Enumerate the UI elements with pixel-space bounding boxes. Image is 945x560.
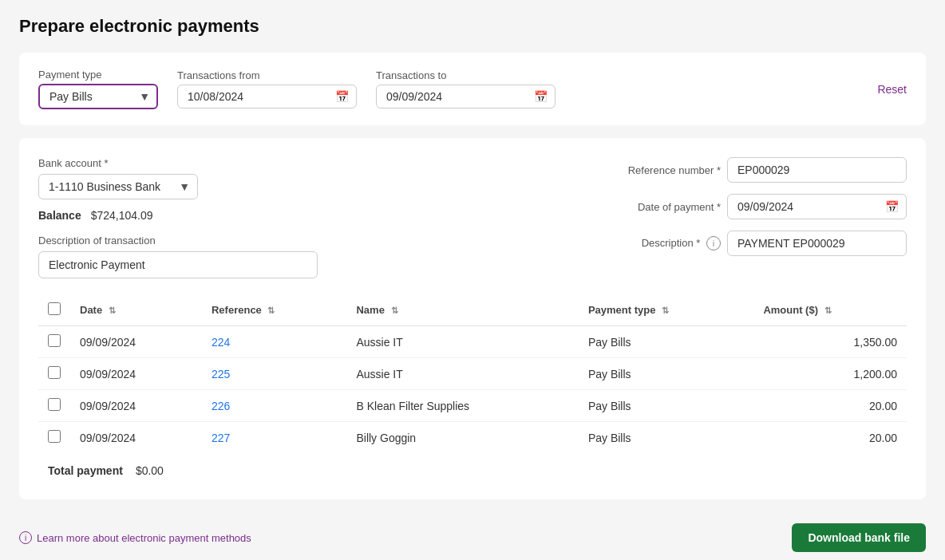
learn-more-link[interactable]: i Learn more about electronic payment me… xyxy=(19,531,251,544)
th-amount: Amount ($) ⇅ xyxy=(753,294,907,326)
footer: i Learn more about electronic payment me… xyxy=(19,512,926,552)
description-right-label: Description * i xyxy=(593,236,721,250)
row-amount: 20.00 xyxy=(753,422,907,454)
row-checkbox-3[interactable] xyxy=(48,430,61,443)
row-checkbox-cell xyxy=(38,326,70,358)
table-row: 09/09/2024 226 B Klean Filter Supplies P… xyxy=(38,390,907,422)
row-amount: 20.00 xyxy=(753,390,907,422)
row-name: Aussie IT xyxy=(346,326,578,358)
right-section: Reference number * Date of payment * 📅 D… xyxy=(593,157,907,278)
left-section: Bank account * 1-1110 Business Bank ▼ Ba… xyxy=(38,157,561,278)
payment-type-label: Payment type xyxy=(38,69,158,81)
row-payment-type: Pay Bills xyxy=(579,422,754,454)
total-label: Total payment xyxy=(48,464,123,477)
row-reference: 224 xyxy=(202,326,346,358)
transactions-to-wrapper: 📅 xyxy=(376,85,556,108)
date-of-payment-label: Date of payment * xyxy=(593,201,721,213)
table-row: 09/09/2024 225 Aussie IT Pay Bills 1,200… xyxy=(38,358,907,390)
row-date: 09/09/2024 xyxy=(70,422,202,454)
payment-type-sort-icon[interactable]: ⇅ xyxy=(662,306,669,316)
row-checkbox-0[interactable] xyxy=(48,334,61,347)
row-reference-link[interactable]: 227 xyxy=(212,432,230,444)
transactions-to-group: Transactions to 📅 xyxy=(376,69,556,108)
table-row: 09/09/2024 227 Billy Goggin Pay Bills 20… xyxy=(38,422,907,454)
row-checkbox-cell xyxy=(38,422,70,454)
payment-type-select[interactable]: Pay Bills Receive Money Spend Money xyxy=(38,84,158,109)
payment-type-select-wrapper: Pay Bills Receive Money Spend Money ▼ xyxy=(38,84,158,109)
th-checkbox xyxy=(38,294,70,326)
row-reference-link[interactable]: 226 xyxy=(212,400,230,412)
learn-more-icon: i xyxy=(19,531,32,544)
row-amount: 1,200.00 xyxy=(753,358,907,390)
th-date: Date ⇅ xyxy=(70,294,202,326)
table-header: Date ⇅ Reference ⇅ Name ⇅ Payment type ⇅ xyxy=(38,294,907,326)
description-right-input[interactable] xyxy=(727,231,907,256)
transactions-from-label: Transactions from xyxy=(177,69,357,81)
row-name: Aussie IT xyxy=(346,358,578,390)
download-bank-file-button[interactable]: Download bank file xyxy=(792,523,926,552)
select-all-checkbox[interactable] xyxy=(48,302,61,315)
learn-more-text: Learn more about electronic payment meth… xyxy=(37,532,251,544)
reference-number-label: Reference number * xyxy=(593,164,721,176)
row-reference: 225 xyxy=(202,358,346,390)
reset-link[interactable]: Reset xyxy=(877,83,907,96)
total-value: $0.00 xyxy=(136,464,164,477)
amount-sort-icon[interactable]: ⇅ xyxy=(824,306,832,316)
balance-label: Balance xyxy=(38,209,81,222)
row-payment-type: Pay Bills xyxy=(579,326,754,358)
transactions-from-input[interactable] xyxy=(177,85,357,108)
th-reference: Reference ⇅ xyxy=(202,294,346,326)
row-date: 09/09/2024 xyxy=(70,326,202,358)
main-card: Bank account * 1-1110 Business Bank ▼ Ba… xyxy=(19,138,926,499)
filter-card: Payment type Pay Bills Receive Money Spe… xyxy=(19,53,926,125)
row-date: 09/09/2024 xyxy=(70,390,202,422)
th-payment-type: Payment type ⇅ xyxy=(579,294,754,326)
description-label: Description of transaction xyxy=(38,235,561,246)
reference-sort-icon[interactable]: ⇅ xyxy=(267,306,275,316)
row-amount: 1,350.00 xyxy=(753,326,907,358)
transactions-table: Date ⇅ Reference ⇅ Name ⇅ Payment type ⇅ xyxy=(38,294,907,453)
table-row: 09/09/2024 224 Aussie IT Pay Bills 1,350… xyxy=(38,326,907,358)
row-payment-type: Pay Bills xyxy=(579,390,754,422)
row-reference-link[interactable]: 225 xyxy=(212,368,230,381)
description-section: Description of transaction xyxy=(38,235,561,278)
row-checkbox-cell xyxy=(38,358,70,390)
row-checkbox-cell xyxy=(38,390,70,422)
table-header-row: Date ⇅ Reference ⇅ Name ⇅ Payment type ⇅ xyxy=(38,294,907,326)
form-section: Bank account * 1-1110 Business Bank ▼ Ba… xyxy=(38,157,907,278)
date-of-payment-row: Date of payment * 📅 xyxy=(593,194,907,219)
table-body: 09/09/2024 224 Aussie IT Pay Bills 1,350… xyxy=(38,326,907,454)
transactions-to-input[interactable] xyxy=(376,85,556,108)
reference-number-row: Reference number * xyxy=(593,157,907,183)
row-checkbox-2[interactable] xyxy=(48,398,61,411)
date-of-payment-input[interactable] xyxy=(727,194,907,219)
total-row: Total payment $0.00 xyxy=(38,453,907,480)
filter-row: Payment type Pay Bills Receive Money Spe… xyxy=(38,69,907,109)
bank-account-label: Bank account * xyxy=(38,157,561,169)
page-container: Prepare electronic payments Payment type… xyxy=(0,0,945,560)
row-reference-link[interactable]: 224 xyxy=(212,336,230,349)
bank-account-select-wrapper: 1-1110 Business Bank ▼ xyxy=(38,174,198,199)
description-right-row: Description * i xyxy=(593,231,907,256)
transactions-to-label: Transactions to xyxy=(376,69,556,81)
description-info-icon[interactable]: i xyxy=(706,236,721,250)
row-payment-type: Pay Bills xyxy=(579,358,754,390)
transactions-from-wrapper: 📅 xyxy=(177,85,357,108)
balance-row: Balance $724,104.09 xyxy=(38,209,561,222)
name-sort-icon[interactable]: ⇅ xyxy=(391,306,398,316)
balance-value: $724,104.09 xyxy=(91,209,153,222)
page-title: Prepare electronic payments xyxy=(19,16,926,37)
date-sort-icon[interactable]: ⇅ xyxy=(109,306,116,316)
row-reference: 226 xyxy=(202,390,346,422)
row-name: Billy Goggin xyxy=(346,422,578,454)
description-input[interactable] xyxy=(38,251,318,278)
transactions-from-group: Transactions from 📅 xyxy=(177,69,357,108)
row-name: B Klean Filter Supplies xyxy=(346,390,578,422)
payment-type-group: Payment type Pay Bills Receive Money Spe… xyxy=(38,69,158,109)
row-reference: 227 xyxy=(202,422,346,454)
bank-account-select[interactable]: 1-1110 Business Bank xyxy=(38,174,198,199)
th-name: Name ⇅ xyxy=(346,294,578,326)
row-checkbox-1[interactable] xyxy=(48,366,61,379)
row-date: 09/09/2024 xyxy=(70,358,202,390)
reference-number-input[interactable] xyxy=(727,157,907,183)
